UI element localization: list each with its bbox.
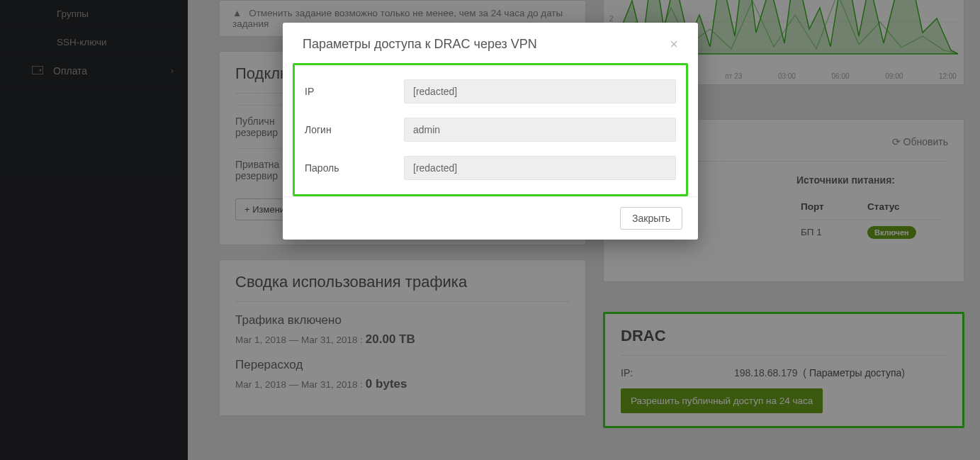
field-label-login: Логин: [305, 124, 404, 135]
field-value-ip: [redacted]: [404, 79, 676, 103]
modal-body: IP [redacted] Логин admin Пароль [redact…: [293, 63, 688, 196]
field-value-login: admin: [404, 118, 676, 142]
field-label-ip: IP: [305, 86, 404, 97]
drac-access-modal: Параметры доступа к DRAC через VPN × IP …: [283, 23, 698, 240]
modal-title: Параметры доступа к DRAC через VPN: [303, 37, 537, 52]
close-button[interactable]: Закрыть: [620, 207, 682, 230]
close-icon[interactable]: ×: [670, 37, 678, 51]
field-value-password: [redacted]: [404, 156, 676, 180]
field-label-password: Пароль: [305, 162, 404, 174]
